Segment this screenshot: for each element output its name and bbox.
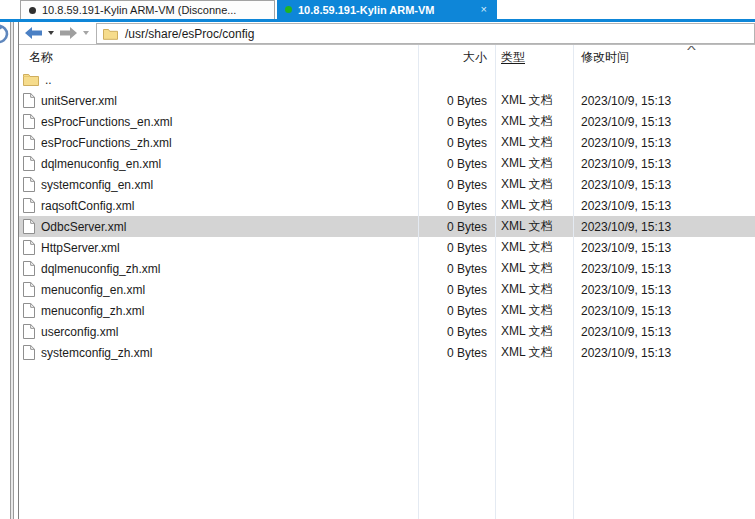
file-row[interactable]: esProcFunctions_en.xml 0 Bytes XML 文档 20… [19, 111, 755, 132]
file-row[interactable]: unitServer.xml 0 Bytes XML 文档 2023/10/9,… [19, 90, 755, 111]
back-arrow-icon [25, 27, 42, 39]
file-mtime: 2023/10/9, 15:13 [573, 178, 755, 192]
file-type: XML 文档 [495, 302, 573, 319]
file-mtime: 2023/10/9, 15:13 [573, 325, 755, 339]
file-name: raqsoftConfig.xml [41, 199, 134, 213]
column-header-size[interactable]: 大小 [418, 49, 495, 66]
file-size: 0 Bytes [418, 262, 495, 276]
file-size: 0 Bytes [418, 283, 495, 297]
file-rows: .. unitServer.xml 0 Bytes XML 文档 2023/10… [19, 69, 755, 363]
file-mtime: 2023/10/9, 15:13 [573, 157, 755, 171]
file-mtime: 2023/10/9, 15:13 [573, 304, 755, 318]
file-row[interactable]: .. [19, 69, 755, 90]
file-name: userconfig.xml [41, 325, 118, 339]
file-type: XML 文档 [495, 92, 573, 109]
file-mtime: 2023/10/9, 15:13 [573, 241, 755, 255]
panel-splitter[interactable] [10, 22, 14, 519]
file-icon [23, 198, 35, 213]
file-mtime: 2023/10/9, 15:13 [573, 346, 755, 360]
file-row[interactable]: systemconfig_zh.xml 0 Bytes XML 文档 2023/… [19, 342, 755, 363]
file-size: 0 Bytes [418, 115, 495, 129]
file-size: 0 Bytes [418, 241, 495, 255]
file-type: XML 文档 [495, 218, 573, 235]
tab-bar: 10.8.59.191-Kylin ARM-VM (Disconne... 10… [0, 0, 755, 19]
path-input[interactable]: /usr/share/esProc/config [96, 23, 755, 44]
file-name: menuconfig_en.xml [41, 283, 145, 297]
file-mtime: 2023/10/9, 15:13 [573, 262, 755, 276]
file-type: XML 文档 [495, 113, 573, 130]
forward-button[interactable] [60, 27, 77, 39]
file-size: 0 Bytes [418, 157, 495, 171]
file-row[interactable]: dqlmenuconfig_en.xml 0 Bytes XML 文档 2023… [19, 153, 755, 174]
file-name: .. [45, 73, 52, 87]
back-history-caret-icon[interactable] [48, 31, 54, 35]
file-name: dqlmenuconfig_zh.xml [41, 262, 160, 276]
file-size: 0 Bytes [418, 178, 495, 192]
file-row[interactable]: OdbcServer.xml 0 Bytes XML 文档 2023/10/9,… [19, 216, 755, 237]
file-row[interactable]: HttpServer.xml 0 Bytes XML 文档 2023/10/9,… [19, 237, 755, 258]
file-row[interactable]: esProcFunctions_zh.xml 0 Bytes XML 文档 20… [19, 132, 755, 153]
file-type: XML 文档 [495, 281, 573, 298]
close-icon[interactable]: × [479, 4, 489, 15]
file-type: XML 文档 [495, 176, 573, 193]
file-name: dqlmenuconfig_en.xml [41, 157, 161, 171]
file-row[interactable]: userconfig.xml 0 Bytes XML 文档 2023/10/9,… [19, 321, 755, 342]
tab-session-active[interactable]: 10.8.59.191-Kylin ARM-VM × [277, 0, 497, 19]
file-mtime: 2023/10/9, 15:13 [573, 94, 755, 108]
file-mtime: 2023/10/9, 15:13 [573, 220, 755, 234]
folder-icon [103, 28, 118, 40]
file-mtime: 2023/10/9, 15:13 [573, 199, 755, 213]
file-row[interactable]: dqlmenuconfig_zh.xml 0 Bytes XML 文档 2023… [19, 258, 755, 279]
file-size: 0 Bytes [418, 304, 495, 318]
file-name: systemconfig_zh.xml [41, 346, 152, 360]
forward-arrow-icon [60, 27, 77, 39]
list-header: 名称 大小 类型 修改时间 [19, 45, 755, 69]
tab-label: 10.8.59.191-Kylin ARM-VM (Disconne... [42, 4, 236, 16]
column-header-name[interactable]: 名称 [19, 49, 418, 66]
file-name: systemconfig_en.xml [41, 178, 153, 192]
file-type: XML 文档 [495, 239, 573, 256]
file-mtime: 2023/10/9, 15:13 [573, 115, 755, 129]
file-mtime: 2023/10/9, 15:13 [573, 136, 755, 150]
file-icon [23, 303, 35, 318]
file-size: 0 Bytes [418, 136, 495, 150]
file-icon [23, 135, 35, 150]
tab-session-disconnected[interactable]: 10.8.59.191-Kylin ARM-VM (Disconne... [20, 0, 275, 19]
connected-dot-icon [285, 6, 292, 13]
file-row[interactable]: menuconfig_zh.xml 0 Bytes XML 文档 2023/10… [19, 300, 755, 321]
file-mtime: 2023/10/9, 15:13 [573, 283, 755, 297]
refresh-icon[interactable] [0, 24, 9, 44]
column-header-mtime[interactable]: 修改时间 [573, 49, 755, 66]
file-size: 0 Bytes [418, 94, 495, 108]
file-row[interactable]: raqsoftConfig.xml 0 Bytes XML 文档 2023/10… [19, 195, 755, 216]
file-icon [23, 177, 35, 192]
file-type: XML 文档 [495, 344, 573, 361]
scroll-up-icon[interactable]: ^ [687, 44, 696, 56]
navigation-toolbar: /usr/share/esProc/config [19, 22, 755, 45]
current-path: /usr/share/esProc/config [125, 27, 254, 41]
folder-icon [23, 73, 39, 86]
file-name: HttpServer.xml [41, 241, 120, 255]
file-type: XML 文档 [495, 197, 573, 214]
file-icon [23, 156, 35, 171]
forward-history-caret-icon[interactable] [83, 31, 89, 35]
file-name: OdbcServer.xml [41, 220, 126, 234]
file-row[interactable]: menuconfig_en.xml 0 Bytes XML 文档 2023/10… [19, 279, 755, 300]
file-icon [23, 282, 35, 297]
file-list: ^ 名称 大小 类型 修改时间 .. [19, 45, 755, 519]
file-name: menuconfig_zh.xml [41, 304, 144, 318]
file-manager-window: 10.8.59.191-Kylin ARM-VM (Disconne... 10… [0, 0, 755, 519]
file-size: 0 Bytes [418, 220, 495, 234]
file-name: esProcFunctions_zh.xml [41, 136, 172, 150]
file-size: 0 Bytes [418, 346, 495, 360]
file-name: esProcFunctions_en.xml [41, 115, 172, 129]
file-icon [23, 240, 35, 255]
file-icon [23, 114, 35, 129]
column-header-type[interactable]: 类型 [495, 49, 573, 66]
file-size: 0 Bytes [418, 325, 495, 339]
file-type: XML 文档 [495, 323, 573, 340]
file-icon [23, 219, 35, 234]
file-row[interactable]: systemconfig_en.xml 0 Bytes XML 文档 2023/… [19, 174, 755, 195]
back-button[interactable] [25, 27, 42, 39]
file-size: 0 Bytes [418, 199, 495, 213]
